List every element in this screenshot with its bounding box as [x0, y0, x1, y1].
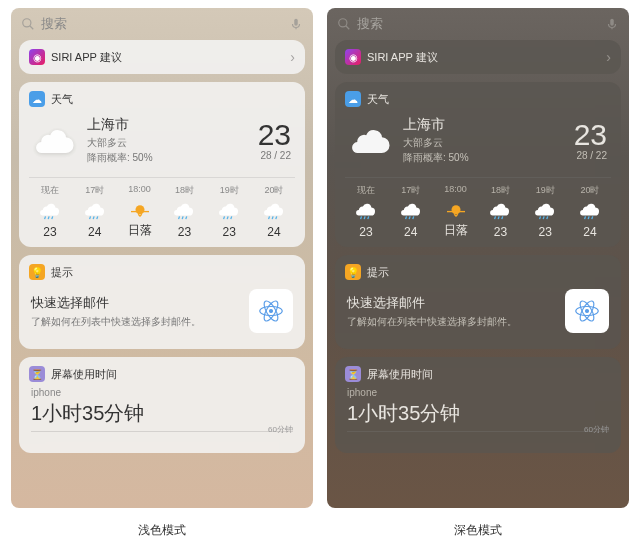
svg-line-7: [93, 216, 94, 219]
hour-time: 现在: [41, 184, 59, 197]
hourly-forecast: 现在2317时2418:00日落18时2319时2320时24: [345, 177, 611, 239]
tips-icon: 💡: [345, 264, 361, 280]
hour-value: 24: [88, 225, 101, 239]
weather-card[interactable]: ☁ 天气 上海市 大部多云 降雨概率: 50% 23 28 / 22 现在231…: [335, 82, 621, 247]
hour-item: 18时23: [479, 184, 521, 239]
hourly-forecast: 现在2317时2418:00日落18时2319时2320时24: [29, 177, 295, 239]
rain-prob: 降雨概率: 50%: [403, 150, 564, 165]
hour-item: 17时24: [390, 184, 432, 239]
tips-heading: 快速选择邮件: [31, 293, 241, 313]
svg-line-8: [97, 216, 98, 219]
hour-time: 17时: [401, 184, 420, 197]
mode-labels: 浅色模式 深色模式: [0, 516, 640, 545]
svg-point-44: [586, 310, 589, 313]
hour-time: 20时: [264, 184, 283, 197]
svg-line-17: [269, 216, 270, 219]
siri-title: SIRI APP 建议: [367, 50, 438, 65]
weather-title: 天气: [51, 92, 73, 107]
search-placeholder: 搜索: [41, 15, 283, 33]
svg-line-31: [409, 216, 410, 219]
hour-value: 24: [267, 225, 280, 239]
hour-value: 23: [178, 225, 191, 239]
svg-line-4: [48, 216, 49, 219]
condition: 大部多云: [87, 135, 248, 150]
tips-desc: 了解如何在列表中快速选择多封邮件。: [31, 314, 241, 329]
temp-range: 28 / 22: [258, 150, 291, 161]
weather-card[interactable]: ☁ 天气 上海市 大部多云 降雨概率: 50% 23 28 / 22 现在231…: [19, 82, 305, 247]
atom-icon-box: [249, 289, 293, 333]
hour-time: 18时: [491, 184, 510, 197]
hour-time: 18时: [175, 184, 194, 197]
siri-icon: ◉: [29, 49, 45, 65]
siri-title: SIRI APP 建议: [51, 50, 122, 65]
weather-title: 天气: [367, 92, 389, 107]
device-name: iphone: [347, 387, 609, 398]
dark-label: 深色模式: [327, 522, 629, 539]
search-placeholder: 搜索: [357, 15, 599, 33]
screentime-card[interactable]: ⏳ 屏幕使用时间 iphone 1小时35分钟 60分钟: [19, 357, 305, 453]
mic-icon[interactable]: [605, 17, 619, 31]
svg-line-14: [224, 216, 225, 219]
svg-line-25: [346, 26, 350, 30]
chevron-right-icon: ›: [606, 49, 611, 65]
timeline: 60分钟: [31, 431, 293, 445]
temp-range: 28 / 22: [574, 150, 607, 161]
siri-card[interactable]: ◉ SIRI APP 建议 ›: [335, 40, 621, 74]
hour-time: 18:00: [128, 184, 151, 194]
svg-line-43: [592, 216, 593, 219]
mic-icon[interactable]: [289, 17, 303, 31]
hour-item: 18:00日落: [119, 184, 161, 239]
svg-line-15: [227, 216, 228, 219]
device-name: iphone: [31, 387, 293, 398]
screentime-icon: ⏳: [345, 366, 361, 382]
duration: 1小时35分钟: [347, 400, 609, 427]
atom-icon-box: [565, 289, 609, 333]
city-name: 上海市: [87, 114, 248, 135]
current-temp: 23: [574, 118, 607, 152]
timeline-marker: 60分钟: [584, 424, 609, 435]
tips-title: 提示: [367, 265, 389, 280]
hour-value: 日落: [128, 222, 152, 239]
svg-line-32: [413, 216, 414, 219]
svg-line-16: [231, 216, 232, 219]
atom-icon: [256, 296, 286, 326]
current-temp: 23: [258, 118, 291, 152]
hour-item: 19时23: [524, 184, 566, 239]
svg-rect-26: [610, 19, 614, 26]
hour-value: 23: [43, 225, 56, 239]
siri-card[interactable]: ◉ SIRI APP 建议 ›: [19, 40, 305, 74]
screentime-card[interactable]: ⏳ 屏幕使用时间 iphone 1小时35分钟 60分钟: [335, 357, 621, 453]
svg-line-41: [585, 216, 586, 219]
hour-item: 17时24: [74, 184, 116, 239]
condition: 大部多云: [403, 135, 564, 150]
svg-line-3: [45, 216, 46, 219]
svg-line-11: [179, 216, 180, 219]
tips-icon: 💡: [29, 264, 45, 280]
svg-line-1: [30, 26, 34, 30]
atom-icon: [572, 296, 602, 326]
search-bar[interactable]: 搜索: [327, 8, 629, 40]
timeline-marker: 60分钟: [268, 424, 293, 435]
svg-line-35: [495, 216, 496, 219]
screentime-title: 屏幕使用时间: [367, 367, 433, 382]
search-icon: [337, 17, 351, 31]
siri-icon: ◉: [345, 49, 361, 65]
duration: 1小时35分钟: [31, 400, 293, 427]
hour-item: 18:00日落: [435, 184, 477, 239]
search-bar[interactable]: 搜索: [11, 8, 313, 40]
hour-time: 19时: [220, 184, 239, 197]
search-icon: [21, 17, 35, 31]
tips-card[interactable]: 💡 提示 快速选择邮件 了解如何在列表中快速选择多封邮件。: [335, 255, 621, 349]
svg-line-18: [272, 216, 273, 219]
svg-line-5: [52, 216, 53, 219]
svg-line-28: [364, 216, 365, 219]
svg-point-20: [270, 310, 273, 313]
tips-heading: 快速选择邮件: [347, 293, 557, 313]
svg-line-37: [502, 216, 503, 219]
hour-value: 23: [494, 225, 507, 239]
hour-value: 24: [583, 225, 596, 239]
hour-item: 19时23: [208, 184, 250, 239]
tips-card[interactable]: 💡 提示 快速选择邮件 了解如何在列表中快速选择多封邮件。: [19, 255, 305, 349]
svg-line-27: [361, 216, 362, 219]
hour-item: 现在23: [345, 184, 387, 239]
